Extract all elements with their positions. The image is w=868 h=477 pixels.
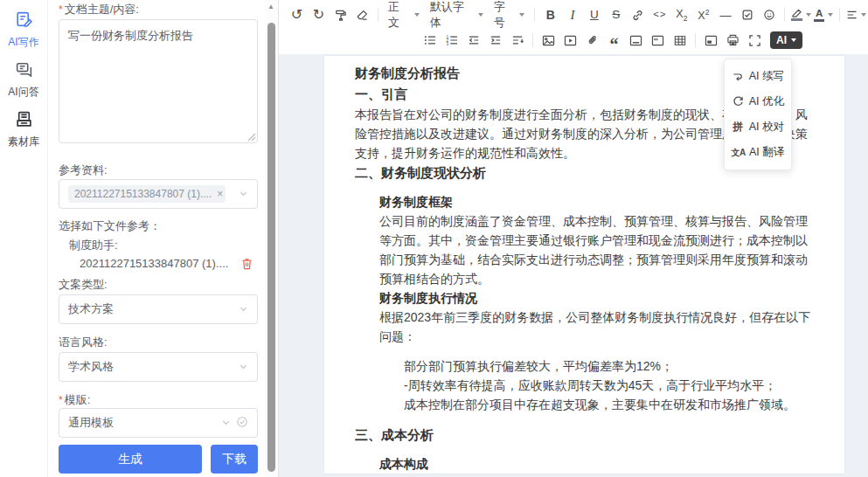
ai-menu-item-label: AI 续写: [749, 69, 784, 84]
chat-icon: [15, 60, 33, 82]
toolbar-divider: [378, 8, 378, 22]
ai-menu-item-continue[interactable]: AI 续写: [725, 64, 791, 89]
language-style-select[interactable]: 学术风格: [59, 352, 258, 382]
doc-paragraph: 根据2023年前三季度的财务数据，公司整体财务制度执行情况良好，但存在以下问题：: [379, 308, 814, 346]
chevron-down-icon: [239, 303, 248, 316]
panel-scrollbar: ▲: [265, 0, 278, 477]
ai-optimize-icon: [732, 96, 745, 107]
link-icon[interactable]: [628, 4, 647, 25]
delete-file-icon[interactable]: [241, 258, 253, 270]
doc-heading: 成本构成: [379, 454, 814, 474]
remove-tag-icon[interactable]: ×: [217, 188, 223, 200]
subscript-icon[interactable]: X2: [672, 4, 691, 25]
toolbar-divider: [534, 8, 535, 22]
chevron-down-icon: [221, 417, 231, 430]
ai-menu-item-proofread[interactable]: 拼AI 校对: [725, 114, 791, 140]
image-icon[interactable]: [539, 30, 558, 51]
table-icon[interactable]: [670, 30, 689, 51]
toolbar-row-2: 123“AI: [419, 29, 802, 52]
sidebar-item-ai-writing[interactable]: AI写作: [0, 0, 47, 50]
required-asterisk: *: [59, 394, 63, 406]
sidebar-item-label: AI问答: [8, 85, 38, 100]
indent-icon[interactable]: [486, 30, 504, 51]
font-color-dropdown[interactable]: A: [815, 4, 833, 25]
card-icon[interactable]: [702, 30, 720, 51]
doc-heading: 财务制度执行情况: [379, 288, 814, 308]
caret-down-icon: [806, 13, 811, 17]
font-size-dropdown[interactable]: 字号: [489, 4, 531, 25]
chevron-down-icon: [239, 188, 248, 201]
highlight-color-dropdown[interactable]: [791, 4, 810, 25]
ai-menu-button[interactable]: AI: [770, 31, 802, 49]
superscript-icon[interactable]: X2: [694, 4, 712, 25]
undo-icon[interactable]: ↺: [288, 4, 306, 25]
topic-label: *文档主题/内容:: [59, 2, 139, 17]
ordered-list-icon[interactable]: 123: [442, 30, 461, 51]
blockquote-icon[interactable]: “: [605, 30, 623, 51]
ai-menu-item-translate[interactable]: 文AAI 翻译: [725, 140, 791, 165]
sidebar-item-ai-qa[interactable]: AI问答: [0, 50, 47, 100]
sidebar-item-label: 素材库: [8, 135, 39, 149]
caret-down-icon: [478, 13, 483, 17]
bold-icon[interactable]: B: [541, 4, 559, 25]
caret-down-icon: [861, 13, 866, 17]
caret-down-icon: [828, 13, 833, 17]
topic-input[interactable]: 写一份财务制度分析报告: [59, 19, 258, 143]
template-select[interactable]: 通用模板: [59, 408, 258, 438]
sidebar-item-material-library[interactable]: 素材库: [0, 100, 47, 149]
required-asterisk: *: [59, 3, 63, 16]
inline-code-icon[interactable]: <>: [650, 4, 669, 25]
reference-file-tag: 2021122715133847807 (1)....×: [68, 185, 226, 203]
print-icon[interactable]: [724, 30, 742, 51]
task-list-icon[interactable]: [738, 4, 756, 25]
toolbar-divider: [839, 8, 840, 22]
eraser-icon[interactable]: [353, 4, 372, 25]
library-icon: [15, 110, 33, 132]
doc-paragraph: -周转效率有待提高，应收账款周转天数为45天，高于行业平均水平；: [404, 376, 814, 395]
attachment-icon[interactable]: [583, 30, 601, 51]
panel-scrollbar-thumb[interactable]: [267, 23, 275, 472]
compose-icon: [15, 10, 33, 32]
toolbar-divider: [695, 33, 696, 47]
ai-continue-icon: [732, 72, 745, 82]
fullscreen-icon[interactable]: [746, 30, 764, 51]
outdent-icon[interactable]: [464, 30, 483, 51]
left-nav: AI写作AI问答素材库: [0, 0, 48, 477]
font-family-dropdown[interactable]: 默认字体: [425, 4, 489, 25]
reference-select[interactable]: 2021122715133847807 (1)....×: [59, 179, 258, 209]
bullet-list-icon[interactable]: [420, 30, 439, 51]
copy-type-select[interactable]: 技术方案: [59, 294, 258, 324]
paragraph-style-dropdown[interactable]: 正文: [383, 4, 425, 25]
doc-paragraph: 公司目前的制度涵盖了资金管理、成本控制、预算管理、核算与报告、风险管理等方面。其…: [379, 211, 814, 288]
underline-icon[interactable]: U: [585, 4, 603, 25]
caret-down-icon: [414, 13, 420, 17]
file-reference-row: 2021122715133847807 (1)....: [80, 257, 253, 270]
check-circle-icon: [236, 416, 248, 431]
redo-icon[interactable]: ↻: [309, 4, 328, 25]
ai-dropdown-menu: AI 续写AI 优化拼AI 校对文AAI 翻译: [724, 59, 792, 170]
ai-menu-item-label: AI 优化: [749, 94, 784, 109]
divider-block-icon[interactable]: [627, 30, 645, 51]
caret-down-icon: [791, 38, 796, 42]
generate-button[interactable]: 生成: [59, 445, 202, 474]
file-name: 2021122715133847807 (1)....: [80, 257, 228, 270]
strikethrough-icon[interactable]: S: [607, 4, 625, 25]
video-icon[interactable]: [561, 30, 580, 51]
code-block-icon[interactable]: [649, 30, 667, 51]
sidebar-item-label: AI写作: [8, 35, 38, 50]
line-spacing-icon[interactable]: [508, 30, 526, 51]
scroll-up-arrow[interactable]: ▲: [267, 3, 274, 10]
horizontal-rule-icon[interactable]: —: [716, 4, 734, 25]
align-dropdown[interactable]: [846, 4, 866, 25]
emoji-icon[interactable]: [760, 4, 778, 25]
ai-menu-item-optimize[interactable]: AI 优化: [725, 89, 791, 114]
ai-menu-item-label: AI 翻译: [749, 145, 784, 160]
format-painter-icon[interactable]: [331, 4, 350, 25]
doc-paragraph: 成本控制在部分项目中存在超支现象，主要集中在研发和市场推广领域。: [404, 395, 814, 414]
ai-writing-form-panel: *文档主题/内容: 写一份财务制度分析报告 参考资料: 202112271513…: [48, 0, 265, 477]
reference-label: 参考资料:: [59, 162, 108, 178]
download-button[interactable]: 下载: [211, 445, 258, 474]
app-window: AI写作AI问答素材库 *文档主题/内容: 写一份财务制度分析报告 参考资料: …: [0, 0, 868, 477]
italic-icon[interactable]: I: [563, 4, 581, 25]
file-group-label: 制度助手:: [69, 238, 118, 253]
